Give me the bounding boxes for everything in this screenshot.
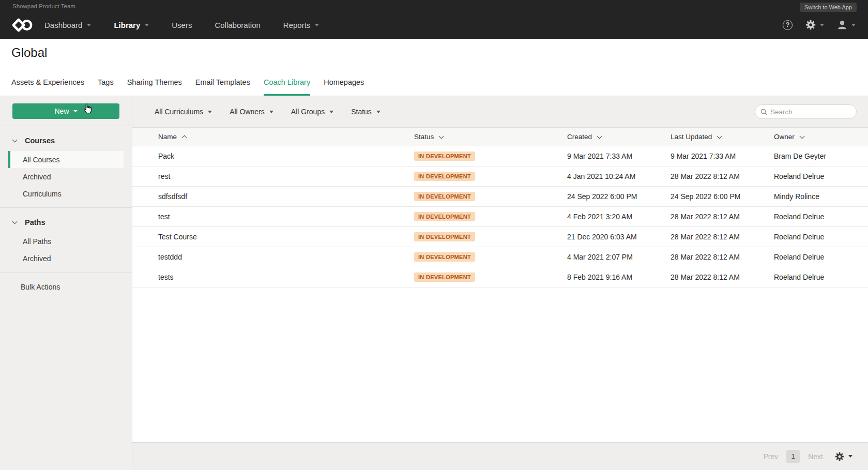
nav-item-reports[interactable]: Reports — [283, 21, 319, 29]
sidebar-item-archived[interactable]: Archived — [8, 168, 124, 185]
table-row[interactable]: testdddIN DEVELOPMENT4 Mar 2021 2:07 PM2… — [132, 247, 868, 267]
column-header-label: Created — [567, 133, 592, 141]
main-content: All CurriculumsAll OwnersAll GroupsStatu… — [132, 96, 868, 470]
settings-menu[interactable] — [805, 19, 824, 31]
page-title: Global — [11, 46, 47, 60]
column-header-label: Status — [414, 133, 434, 141]
cell-created: 4 Feb 2021 3:20 AM — [567, 213, 671, 221]
sidebar-item-all-paths[interactable]: All Paths — [8, 233, 124, 250]
sidebar-item-bulk-actions[interactable]: Bulk Actions — [0, 272, 132, 291]
cell-last-updated: 28 Mar 2022 8:12 AM — [671, 233, 774, 241]
cell-status: IN DEVELOPMENT — [414, 172, 567, 181]
cell-owner: Roeland Delrue — [774, 172, 868, 180]
pagination-bar: Prev 1 Next — [132, 442, 868, 470]
search-input[interactable] — [770, 108, 851, 116]
cell-status: IN DEVELOPMENT — [414, 252, 567, 262]
table-row[interactable]: Test CourseIN DEVELOPMENT21 Dec 2020 6:0… — [132, 227, 868, 247]
sidebar-section-title: Paths — [25, 218, 45, 226]
cell-created: 21 Dec 2020 6:03 AM — [567, 233, 671, 241]
page-header: Global Assets & ExperiencesTagsSharing T… — [0, 39, 868, 96]
table-row[interactable]: PackIN DEVELOPMENT9 Mar 2021 7:33 AM9 Ma… — [132, 146, 868, 166]
filter-all-groups[interactable]: All Groups — [291, 108, 333, 116]
tab-coach-library[interactable]: Coach Library — [264, 78, 310, 96]
profile-menu[interactable] — [836, 19, 856, 31]
chevron-down-icon — [851, 24, 856, 26]
search-box[interactable] — [755, 104, 857, 119]
nav-item-dashboard[interactable]: Dashboard — [44, 21, 91, 29]
next-page-button[interactable]: Next — [808, 452, 823, 461]
showpad-logo-icon[interactable] — [12, 17, 33, 33]
page-body: New CoursesAll CoursesArchivedCurriculum… — [0, 96, 868, 470]
cell-created: 4 Jan 2021 10:24 AM — [567, 172, 671, 180]
filter-status[interactable]: Status — [351, 108, 380, 116]
table-row[interactable]: sdfsdfsdfIN DEVELOPMENT24 Sep 2022 6:00 … — [132, 187, 868, 207]
app-screen: Showpad Product Team Switch to Web App D… — [0, 0, 868, 470]
current-page-button[interactable]: 1 — [786, 450, 800, 463]
cell-last-updated: 28 Mar 2022 8:12 AM — [671, 273, 774, 281]
filter-bar: All CurriculumsAll OwnersAll GroupsStatu… — [132, 96, 868, 127]
table-row[interactable]: restIN DEVELOPMENT4 Jan 2021 10:24 AM28 … — [132, 166, 868, 187]
column-header-status[interactable]: Status — [414, 133, 567, 141]
chevron-down-icon — [73, 110, 78, 112]
status-badge: IN DEVELOPMENT — [414, 151, 475, 161]
chevron-down-icon — [315, 24, 319, 26]
cell-last-updated: 24 Sep 2022 6:00 PM — [671, 192, 774, 201]
tab-sharing-themes[interactable]: Sharing Themes — [127, 78, 182, 96]
cell-owner: Roeland Delrue — [774, 213, 868, 221]
cell-name: testddd — [158, 253, 414, 261]
column-header-owner[interactable]: Owner — [774, 133, 868, 141]
column-header-last-updated[interactable]: Last Updated — [671, 133, 774, 141]
table-row[interactable]: testsIN DEVELOPMENT8 Feb 2021 9:16 AM28 … — [132, 267, 868, 287]
filters: All CurriculumsAll OwnersAll GroupsStatu… — [155, 108, 380, 116]
nav-item-library[interactable]: Library — [114, 21, 149, 29]
status-badge: IN DEVELOPMENT — [414, 172, 475, 181]
tab-email-templates[interactable]: Email Templates — [195, 78, 250, 96]
filter-all-curriculums[interactable]: All Curriculums — [155, 108, 212, 116]
cell-last-updated: 9 Mar 2021 7:33 AM — [671, 152, 774, 160]
sidebar-sections: CoursesAll CoursesArchivedCurriculumsPat… — [0, 126, 132, 272]
gear-icon — [834, 451, 845, 462]
cell-status: IN DEVELOPMENT — [414, 272, 567, 282]
sidebar-section-title: Courses — [25, 137, 55, 145]
cell-name: Test Course — [158, 233, 414, 241]
tab-assets-experiences[interactable]: Assets & Experiences — [11, 78, 84, 96]
new-button[interactable]: New — [12, 103, 119, 119]
table-settings-menu[interactable] — [834, 451, 852, 462]
status-badge: IN DEVELOPMENT — [414, 252, 475, 262]
cell-name: test — [158, 213, 414, 221]
sidebar-section-header-courses[interactable]: Courses — [0, 137, 132, 145]
cell-created: 9 Mar 2021 7:33 AM — [567, 152, 671, 160]
sidebar-item-archived[interactable]: Archived — [8, 250, 124, 267]
filter-label: All Curriculums — [155, 108, 203, 116]
column-header-created[interactable]: Created — [567, 133, 671, 141]
cell-last-updated: 28 Mar 2022 8:12 AM — [671, 253, 774, 261]
chevron-down-icon — [800, 134, 805, 140]
prev-page-button[interactable]: Prev — [763, 452, 778, 461]
sidebar-item-all-courses[interactable]: All Courses — [8, 151, 124, 168]
cell-owner: Bram De Geyter — [774, 152, 868, 160]
status-badge: IN DEVELOPMENT — [414, 212, 475, 221]
cell-last-updated: 28 Mar 2022 8:12 AM — [671, 213, 774, 221]
filter-all-owners[interactable]: All Owners — [230, 108, 273, 116]
sidebar-section-header-paths[interactable]: Paths — [0, 218, 132, 226]
cell-last-updated: 28 Mar 2022 8:12 AM — [671, 172, 774, 180]
chevron-down-icon — [12, 138, 18, 143]
help-icon[interactable]: ? — [783, 20, 793, 30]
column-header-name[interactable]: Name — [158, 133, 414, 141]
nav-item-users[interactable]: Users — [172, 21, 192, 29]
column-header-label: Last Updated — [671, 133, 712, 141]
switch-to-web-app-button[interactable]: Switch to Web App — [800, 3, 857, 12]
table-row[interactable]: testIN DEVELOPMENT4 Feb 2021 3:20 AM28 M… — [132, 207, 868, 227]
tab-tags[interactable]: Tags — [98, 78, 114, 96]
cell-name: tests — [158, 273, 414, 281]
nav-item-label: Dashboard — [44, 21, 82, 29]
cell-status: IN DEVELOPMENT — [414, 192, 567, 201]
chevron-down-icon — [439, 134, 444, 140]
nav-item-collaboration[interactable]: Collaboration — [215, 21, 260, 29]
sidebar-item-curriculums[interactable]: Curriculums — [8, 185, 124, 202]
tab-homepages[interactable]: Homepages — [324, 78, 364, 96]
filter-label: All Owners — [230, 108, 265, 116]
table-empty-area — [132, 287, 868, 442]
status-badge: IN DEVELOPMENT — [414, 272, 475, 282]
new-button-wrap: New — [0, 96, 132, 126]
